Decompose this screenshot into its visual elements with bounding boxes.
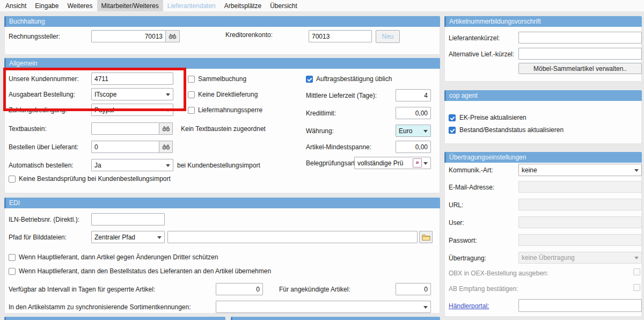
belegpruefungsart-label: Belegprüfungsart: — [306, 159, 357, 167]
menu-item-uebersicht[interactable]: Übersicht — [266, 0, 302, 11]
hauptlieferant-bestellstatus-checkbox[interactable] — [9, 268, 16, 275]
user-field[interactable] — [518, 216, 642, 228]
angekuendigte-artikel-field[interactable]: 0 — [396, 283, 431, 295]
keine-direktlieferung-checkbox[interactable] — [188, 91, 195, 98]
alternative-kuerzel-field[interactable] — [518, 48, 642, 60]
menu-item-eingabe[interactable]: Eingabe — [31, 0, 63, 11]
hauptlieferant-bestellstatus-label: Wenn Hauptlieferant, dann den Bestellsta… — [19, 267, 271, 275]
panel-allgemein-header: Allgemein — [4, 58, 440, 69]
ausgabeart-bestellung-dropdown[interactable]: ITscope — [91, 88, 173, 100]
obx-label: OBX in OEX-Bestellung ausgeben: — [449, 270, 548, 277]
pfad-bilddateien-mode-dropdown[interactable]: Zentraler Pfad — [91, 231, 165, 243]
ausgabeart-bestellung-label: Ausgabeart Bestellung: — [9, 91, 75, 98]
textbaustein-lookup-button[interactable] — [159, 122, 173, 135]
obx-checkbox[interactable] — [633, 268, 640, 275]
chevron-down-icon — [423, 162, 428, 167]
artikel-mindestspanne-label: Artikel-Mindestspanne: — [306, 143, 371, 151]
kreditorenkonto-field[interactable]: 70013 — [309, 30, 372, 42]
iln-betriebsnr-label: ILN-Betriebsnr. (Direktl.): — [9, 216, 79, 223]
email-label: E-Mail-Adresse: — [449, 184, 494, 191]
verfuegbar-gesperrt-label: Verfügbar ab Intervall in Tagen für gesp… — [9, 286, 155, 293]
neu-button[interactable]: Neu — [376, 30, 400, 43]
chevron-down-icon — [157, 236, 162, 241]
unsere-kundennummer-field[interactable]: 4711 — [91, 72, 173, 85]
kommunik-art-label: Kommunik.-Art: — [449, 166, 493, 174]
folder-icon — [422, 234, 430, 241]
panel-uebertragung-header: Übertragungseinstellungen — [444, 152, 642, 163]
binoculars-icon — [162, 126, 170, 132]
ek-preise-label: EK-Preise aktualisieren — [459, 114, 526, 121]
keine-bestandspruefung-checkbox[interactable] — [9, 176, 16, 183]
lieferantenkuerzel-field[interactable] — [518, 32, 642, 43]
rechnungssteller-field[interactable]: 70013 — [91, 30, 166, 42]
unsere-kundennummer-label: Unsere Kundennummer: — [9, 75, 79, 83]
iln-betriebsnr-field[interactable] — [91, 213, 165, 226]
chevron-down-icon — [166, 109, 170, 114]
panel-buchhaltung-header: Buchhaltung — [4, 16, 440, 27]
menu-item-arbeitsplaetze[interactable]: Arbeitsplätze — [220, 0, 266, 11]
rechnungssteller-lookup-button[interactable] — [165, 30, 180, 42]
bestand-label: Bestand/Bestandstatus aktualisieren — [459, 126, 564, 134]
chevron-down-icon — [166, 164, 170, 169]
ek-preise-checkbox[interactable] — [449, 114, 456, 121]
menu-item-ansicht[interactable]: Ansicht — [1, 0, 31, 11]
textbaustein-label: Textbaustein: — [9, 125, 47, 133]
chevron-down-icon — [634, 169, 639, 174]
next-section-header-left — [4, 317, 225, 320]
textbaustein-note: Kein Textbaustein zugeordnet — [181, 125, 266, 133]
kommunik-art-dropdown[interactable]: keine — [518, 164, 642, 176]
auftragsbestaetigung-label: Auftragsbestätigung üblich — [316, 75, 392, 83]
ab-empfang-checkbox[interactable] — [633, 284, 640, 291]
lieferantendaten-page: Ansicht Eingabe Weiteres Mitarbeiter/Wei… — [0, 0, 644, 320]
bestellen-ueber-lieferant-lookup-button[interactable] — [159, 141, 173, 153]
verfuegbar-gesperrt-field[interactable]: 0 — [216, 283, 263, 295]
panel-artikelnummer-header: Artikelnummerbildungsvorschrift — [444, 16, 642, 27]
url-label: URL: — [449, 201, 463, 209]
mittlere-lieferzeit-label: Mittlere Lieferzeit (Tage): — [306, 92, 377, 99]
auftragsbestaetigung-checkbox[interactable] — [306, 76, 313, 83]
chevron-down-icon — [166, 93, 170, 98]
menu-item-lieferantendaten[interactable]: Lieferantendaten — [163, 0, 220, 11]
zahlungsbedingung-dropdown[interactable]: Paypal — [91, 104, 173, 116]
bestellen-ueber-lieferant-field[interactable]: 0 — [91, 141, 159, 153]
automatisch-bestellen-dropdown[interactable]: Ja — [91, 159, 173, 171]
pfad-bilddateien-path-field[interactable] — [167, 231, 418, 243]
sammelbuchung-checkbox[interactable] — [188, 76, 195, 83]
waehrung-label: Währung: — [306, 127, 334, 135]
hauptlieferant-schutz-checkbox[interactable] — [9, 254, 16, 261]
belegpruefungsart-dropdown[interactable]: vollständige Prü» — [354, 157, 431, 169]
url-field[interactable] — [518, 199, 642, 210]
pfad-bilddateien-label: Pfad für Bilddateien: — [9, 234, 67, 241]
kreditorenkonto-label: Kreditorenkonto: — [225, 31, 273, 39]
kreditlimit-field[interactable]: 0,00 — [396, 107, 431, 119]
menu-bar: Ansicht Eingabe Weiteres Mitarbeiter/Wei… — [0, 0, 644, 12]
keine-bestandspruefung-label: Keine Bestandsprüfung bei Kundenbestellu… — [19, 175, 171, 183]
liefermahnungssperre-checkbox[interactable] — [188, 107, 195, 114]
bestand-checkbox[interactable] — [449, 127, 456, 134]
kreditlimit-label: Kreditlimit: — [306, 110, 336, 117]
binoculars-icon — [162, 144, 170, 150]
sammelbuchung-label: Sammelbuchung — [198, 75, 246, 83]
uebertragung-art-dropdown[interactable]: keine Übertragung — [518, 252, 642, 264]
panel-cop-agent-header: cop agent — [444, 90, 642, 101]
automatisch-bestellen-note: bei Kundenbestellungsimport — [177, 162, 260, 169]
haendlerportal-link[interactable]: Händlerportal: — [449, 302, 489, 310]
double-arrow-icon[interactable]: » — [413, 158, 422, 168]
liefermahnungssperre-label: Liefermahnungssperre — [198, 106, 262, 114]
email-field[interactable] — [518, 181, 642, 193]
pfad-browse-button[interactable] — [419, 231, 433, 243]
keine-direktlieferung-label: Keine Direktlieferung — [198, 91, 258, 98]
waehrung-dropdown[interactable]: Euro — [396, 125, 431, 137]
mittlere-lieferzeit-field[interactable]: 4 — [396, 89, 431, 101]
textbaustein-field[interactable] — [91, 122, 159, 135]
menu-item-mitarbeiter-weiteres[interactable]: Mitarbeiter/Weiteres — [97, 0, 163, 11]
moebel-sammelartikel-button[interactable]: Möbel-Sammelartikel verwalten.. — [518, 63, 642, 74]
menu-item-weiteres[interactable]: Weiteres — [63, 0, 97, 11]
uebertragung-art-label: Übertragung: — [449, 254, 486, 262]
haendlerportal-field[interactable] — [518, 299, 642, 312]
sortimentkennungen-dropdown[interactable] — [216, 301, 431, 313]
angekuendigte-artikel-label: Für angekündigte Artikel: — [279, 286, 350, 293]
rechnungssteller-label: Rechnungssteller: — [9, 33, 60, 40]
passwort-field[interactable] — [518, 234, 642, 246]
artikel-mindestspanne-field[interactable]: 0,00 — [396, 141, 431, 153]
